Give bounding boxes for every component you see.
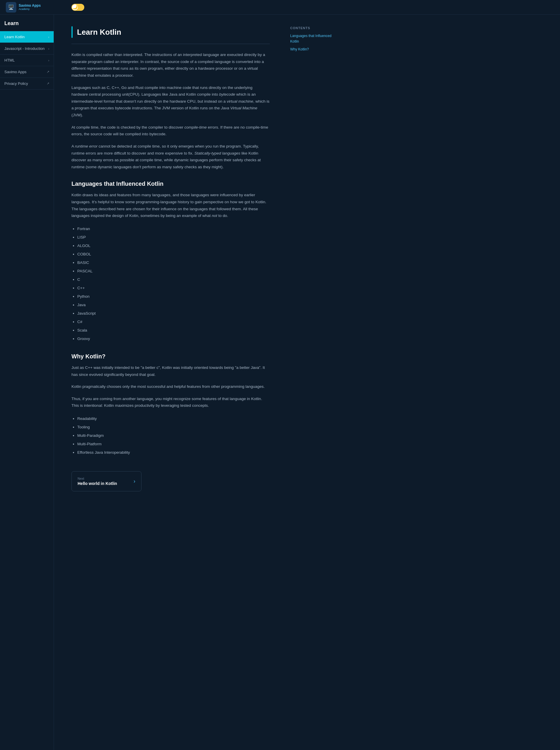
- header: 🖥️ Savimo Apps Academy 🌙: [0, 0, 560, 15]
- chevron-right-icon: ›: [48, 59, 49, 62]
- title-border: [72, 26, 73, 38]
- list-item: Groovy: [77, 335, 270, 343]
- sidebar-item-label: Privacy Policy: [4, 81, 28, 86]
- section2-paragraph-2: Kotlin pragmatically chooses only the mo…: [72, 383, 270, 390]
- sidebar-item-label: Javascript - Introduction: [4, 46, 45, 51]
- sidebar-item-label: HTML: [4, 58, 15, 62]
- page-title: Learn Kotlin: [77, 28, 121, 37]
- list-item: COBOL: [77, 250, 270, 258]
- next-card-text: Next Hello world in Kotlin: [78, 477, 117, 486]
- list-item: Readability: [77, 414, 270, 423]
- content-header: Learn Kotlin: [72, 26, 270, 38]
- logo-name: Savimo Apps: [19, 3, 41, 7]
- list-item: Effortless Java Interoperability: [77, 448, 270, 457]
- intro-paragraph-2: Languages such as C, C++, Go and Rust co…: [72, 84, 270, 119]
- list-item: Multi-Platform: [77, 440, 270, 448]
- list-item: Fortran: [77, 225, 270, 233]
- sidebar-section-title: Learn: [0, 15, 54, 31]
- intro-paragraph-3: At compile time, the code is checked by …: [72, 124, 270, 138]
- logo-emoji: 🖥️: [8, 4, 14, 10]
- page-layout: Learn Learn Kotlin › Javascript - Introd…: [0, 15, 560, 750]
- list-item: C#: [77, 318, 270, 326]
- contents-item-languages[interactable]: Languages that Influenced Kotlin: [290, 33, 340, 44]
- moon-icon: 🌙: [73, 5, 78, 9]
- contents-item-why-kotlin[interactable]: Why Kotlin?: [290, 47, 340, 52]
- list-item: ALGOL: [77, 241, 270, 250]
- main-content: Learn Kotlin Kotlin is compiled rather t…: [54, 15, 287, 750]
- theme-toggle[interactable]: 🌙: [72, 4, 84, 11]
- external-link-icon: ↗: [47, 82, 49, 85]
- next-title: Hello world in Kotlin: [78, 481, 117, 486]
- sidebar-item-learn-kotlin[interactable]: Learn Kotlin ›: [0, 31, 54, 43]
- section1-list: Fortran LISP ALGOL COBOL BASIC PASCAL C …: [77, 225, 270, 343]
- list-item: Python: [77, 292, 270, 301]
- logo-icon: 🖥️: [6, 2, 16, 13]
- next-card[interactable]: Next Hello world in Kotlin ›: [72, 471, 141, 491]
- next-label: Next: [78, 477, 117, 480]
- content-body: Kotlin is compiled rather than interpret…: [72, 51, 270, 491]
- sidebar: Learn Learn Kotlin › Javascript - Introd…: [0, 15, 54, 750]
- list-item: C++: [77, 284, 270, 292]
- intro-paragraph-1: Kotlin is compiled rather than interpret…: [72, 51, 270, 79]
- right-sidebar: CONTENTS Languages that Influenced Kotli…: [287, 15, 346, 750]
- logo-text: Savimo Apps Academy: [19, 3, 41, 11]
- section2-paragraph-1: Just as C++ was initially intended to be…: [72, 364, 270, 378]
- section1-paragraph: Kotlin draws its ideas and features from…: [72, 191, 270, 219]
- chevron-right-icon: ›: [48, 35, 49, 39]
- list-item: JavaScript: [77, 309, 270, 318]
- list-item: PASCAL: [77, 267, 270, 275]
- sidebar-item-javascript[interactable]: Javascript - Introduction ›: [0, 43, 54, 55]
- sidebar-item-label: Learn Kotlin: [4, 35, 24, 39]
- list-item: Scala: [77, 326, 270, 335]
- sidebar-item-html[interactable]: HTML ›: [0, 55, 54, 66]
- list-item: Tooling: [77, 423, 270, 431]
- section2-paragraph-3: Thus, if you are coming from another lan…: [72, 396, 270, 409]
- title-divider: [72, 44, 270, 44]
- intro-paragraph-4: A runtime error cannot be detected at co…: [72, 143, 270, 170]
- external-link-icon: ↗: [47, 70, 49, 74]
- section1-heading: Languages that Influenced Kotlin: [72, 181, 270, 187]
- logo-area: 🖥️ Savimo Apps Academy: [6, 2, 60, 13]
- chevron-right-icon: ›: [48, 47, 49, 50]
- logo-sub: Academy: [19, 7, 41, 11]
- list-item: LISP: [77, 233, 270, 241]
- section2-list: Readability Tooling Multi-Paradigm Multi…: [77, 414, 270, 457]
- sidebar-item-privacy-policy[interactable]: Privacy Policy ↗: [0, 78, 54, 89]
- section2-heading: Why Kotlin?: [72, 353, 270, 360]
- sidebar-item-label: Savimo Apps: [4, 70, 26, 74]
- list-item: BASIC: [77, 258, 270, 267]
- contents-title: CONTENTS: [290, 26, 340, 30]
- theme-toggle-area[interactable]: 🌙: [72, 4, 84, 11]
- list-item: Multi-Paradigm: [77, 431, 270, 440]
- sidebar-item-savimo-apps[interactable]: Savimo Apps ↗: [0, 66, 54, 78]
- list-item: Java: [77, 301, 270, 309]
- list-item: C: [77, 275, 270, 284]
- next-arrow-icon: ›: [134, 478, 135, 484]
